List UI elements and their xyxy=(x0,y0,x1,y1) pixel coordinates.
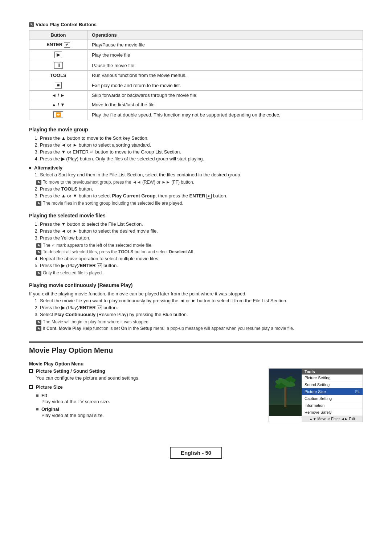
playing-selected-section: Playing the selected movie files Press t… xyxy=(29,213,363,276)
continuously-list: Select the movie file you want to play c… xyxy=(40,298,363,317)
section-note-label: Video Play Control Buttons xyxy=(36,22,97,27)
two-col-layout: Picture Setting / Sound Setting You can … xyxy=(29,368,363,422)
col-button: Button xyxy=(29,30,87,40)
bullet-dot xyxy=(29,167,31,169)
section-title: Movie Play Option Menu xyxy=(29,346,363,355)
playing-movie-group-list: Press the ▲ button to move to the Sort k… xyxy=(40,135,363,161)
playing-continuously-section: Playing movie continuously (Resume Play)… xyxy=(29,282,363,331)
btn-play: ▶ xyxy=(29,50,87,60)
op-updown: Move to the first/last of the file. xyxy=(87,100,363,110)
menu-item-sound-setting: Sound Setting xyxy=(302,381,363,388)
playing-movie-group-heading: Playing the movie group xyxy=(29,127,363,132)
playing-selected-heading: Playing the selected movie files xyxy=(29,213,363,218)
small-square-icon xyxy=(36,394,38,397)
btn-updown: ▲ / ▼ xyxy=(29,100,87,110)
list-item: Press the TOOLS button. xyxy=(40,186,363,192)
note-checkmark: ✎ The ✓ mark appears to the left of the … xyxy=(36,243,363,248)
note-text: The Movie will begin to play from where … xyxy=(43,319,150,324)
table-row: TOOLS Run various functions from the Mov… xyxy=(29,71,363,80)
section-note-row: ✎ Video Play Control Buttons xyxy=(29,22,363,27)
list-item: Press the ▶ (Play)/ENTER ↵ button. xyxy=(40,263,363,268)
list-item: Press the ▲ button to move to the Sort k… xyxy=(40,135,363,141)
note-cont-help: ✎ If Cont. Movie Play Help function is s… xyxy=(36,326,363,331)
table-row: ◄ / ► Skip forwards or backwards through… xyxy=(29,91,363,100)
alternatively-heading: Alternatively xyxy=(29,165,363,171)
list-item: Press the ◄ or ► button to select the de… xyxy=(40,228,363,234)
playing-selected-list-2: Repeat the above operation to select mul… xyxy=(40,256,363,268)
page-footer: English - 50 xyxy=(29,444,363,462)
note-icon: ✎ xyxy=(36,180,41,185)
table-row: ENTER ↵ Play/Pause the movie file xyxy=(29,40,363,50)
picture-size-block: Picture Size xyxy=(29,384,258,390)
playing-selected-list: Press the ▼ button to select the File Li… xyxy=(40,221,363,241)
original-desc: Play video at the original size. xyxy=(41,413,258,418)
menu-item-caption-setting: Caption Setting xyxy=(302,395,363,402)
picture-sound-block: Picture Setting / Sound Setting You can … xyxy=(29,368,258,381)
small-square-icon xyxy=(36,408,38,410)
note-text: Only the selected file is played. xyxy=(43,270,103,275)
table-row: ▲ / ▼ Move to the first/last of the file… xyxy=(29,100,363,110)
tools-menu-title: Tools xyxy=(302,369,363,375)
btn-pause: ⏸ xyxy=(29,60,87,71)
video-controls-section: ✎ Video Play Control Buttons Button Oper… xyxy=(29,22,363,120)
menu-item-label: Picture Size xyxy=(305,389,326,394)
picture-sound-desc: You can configure the picture and sound … xyxy=(36,375,258,381)
op-stop: Exit play mode and return to the movie l… xyxy=(87,80,363,91)
list-item: Select Play Continuously (Resume Play) b… xyxy=(40,312,363,317)
tools-panel-container: Tools Picture Setting Sound Setting Pict… xyxy=(269,368,363,422)
original-block: Original Play video at the original size… xyxy=(36,406,258,418)
alt-steps-list-2: Press the TOOLS button. Press the ▲ or ▼… xyxy=(40,186,363,199)
op-skip: Skip forwards or backwards through the m… xyxy=(87,91,363,100)
menu-item-picture-size: Picture Size Fit xyxy=(302,388,363,395)
btn-skip: ◄ / ► xyxy=(29,91,87,100)
section-divider xyxy=(29,341,363,343)
table-row: ⏩ Play the file at double speed. This fu… xyxy=(29,110,363,120)
checkbox-icon xyxy=(29,385,33,389)
list-item: Press the ▼ button to select the File Li… xyxy=(40,221,363,227)
fit-block: Fit Play video at the TV screen size. xyxy=(36,393,258,404)
list-item: Select a Sort key and then in the File L… xyxy=(40,172,363,177)
fit-heading: Fit xyxy=(41,393,47,398)
tools-panel: Tools Picture Setting Sound Setting Pict… xyxy=(269,368,363,422)
list-item: Press the ▶ (Play)/ENTER ↵ button. xyxy=(40,305,363,310)
table-row: ⏸ Pause the movie file xyxy=(29,60,363,71)
op-pause: Pause the movie file xyxy=(87,60,363,71)
note-begin-play: ✎ The Movie will begin to play from wher… xyxy=(36,319,363,325)
note-deselect: ✎ To deselect all selected files, press … xyxy=(36,249,363,255)
tools-nav: ▲▼ Move ↵ Enter ◄► Exit xyxy=(302,416,363,422)
btn-ff: ⏩ xyxy=(29,110,87,120)
picture-sound-heading: Picture Setting / Sound Setting xyxy=(36,368,105,374)
svg-rect-3 xyxy=(284,387,286,407)
fit-desc: Play video at the TV screen size. xyxy=(41,399,258,404)
note-text: To deselect all selected files, press th… xyxy=(43,249,195,254)
footer-box: English - 50 xyxy=(170,447,222,459)
note-icon: ✎ xyxy=(36,320,41,325)
note-icon: ✎ xyxy=(36,250,41,255)
menu-item-value: Fit xyxy=(355,389,360,394)
btn-tools: TOOLS xyxy=(29,71,87,80)
note-icon: ✎ xyxy=(36,326,41,331)
original-heading: Original xyxy=(41,406,59,412)
tools-photo xyxy=(269,369,302,416)
option-menu-subheading: Movie Play Option Menu xyxy=(29,361,363,367)
list-item: Press the Yellow button. xyxy=(40,235,363,241)
note-icon: ✎ xyxy=(36,201,41,206)
checkbox-icon xyxy=(29,369,33,373)
table-row: ■ Exit play mode and return to the movie… xyxy=(29,80,363,91)
note-text: To move to the previous/next group, pres… xyxy=(43,180,194,185)
note-text: The movie files in the sorting group inc… xyxy=(43,201,183,206)
note-rew-ff: ✎ To move to the previous/next group, pr… xyxy=(36,180,363,185)
continuously-intro: If you exit the playing movie function, … xyxy=(29,291,363,296)
tools-menu: Tools Picture Setting Sound Setting Pict… xyxy=(302,369,363,422)
btn-stop: ■ xyxy=(29,80,87,91)
note-icon: ✎ xyxy=(36,243,41,248)
menu-item-remove-safely: Remove Safely xyxy=(302,409,363,416)
btn-enter: ENTER ↵ xyxy=(29,40,87,50)
op-play: Play the movie file xyxy=(87,50,363,60)
note-selected-only: ✎ Only the selected file is played. xyxy=(36,270,363,276)
list-item: Repeat the above operation to select mul… xyxy=(40,256,363,261)
list-item: Press the ◄ or ► button to select a sort… xyxy=(40,142,363,148)
alt-steps-list: Select a Sort key and then in the File L… xyxy=(40,172,363,177)
list-item: Press the ▲ or ▼ button to select Play C… xyxy=(40,193,363,199)
col-operations: Operations xyxy=(87,30,363,40)
